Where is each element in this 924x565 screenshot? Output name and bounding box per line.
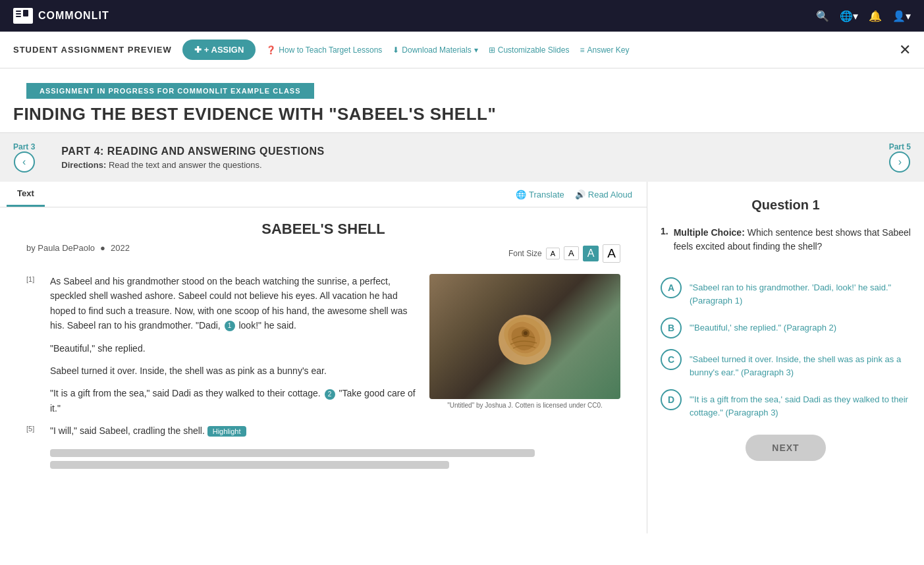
part-center: PART 4: READING AND ANSWERING QUESTIONS … <box>48 138 875 178</box>
question-title: Question 1 <box>661 198 911 213</box>
story-title: SABEEL'S SHELL <box>26 221 620 238</box>
svg-rect-0 <box>16 11 21 12</box>
search-icon[interactable]: 🔍 <box>816 10 829 22</box>
font-size-small[interactable]: A <box>546 248 560 259</box>
tab-text[interactable]: Text <box>7 182 45 207</box>
para-text-1: As Sabeel and his grandmother stood on t… <box>50 274 416 333</box>
read-aloud-button[interactable]: 🔊 Read Aloud <box>575 190 632 200</box>
page-title: FINDING THE BEST EVIDENCE WITH "SABEEL'S… <box>0 101 924 132</box>
user-icon[interactable]: 👤▾ <box>892 10 911 22</box>
logo-text: COMMONLIT <box>38 10 109 22</box>
font-size-controls: Font Size A A A A <box>508 244 620 263</box>
answer-key-label: Answer Key <box>587 45 629 55</box>
blurred-line-2 <box>50 461 449 469</box>
question-type: Multiple Choice: <box>674 227 745 238</box>
shell-image <box>429 274 620 399</box>
font-size-large[interactable]: A <box>583 246 599 261</box>
option-d-text: "'It is a gift from the sea,' said Dadi … <box>690 389 911 419</box>
translate-globe-icon: 🌐 <box>516 190 526 200</box>
customizable-slides-label: Customizable Slides <box>498 45 570 55</box>
download-materials-link[interactable]: ⬇ Download Materials ▾ <box>393 45 477 55</box>
customizable-slides-link[interactable]: ⊞ Customizable Slides <box>489 45 570 55</box>
globe-icon[interactable]: 🌐▾ <box>840 10 858 22</box>
para-text-3: Sabeel turned it over. Inside, the shell… <box>50 363 416 378</box>
part5-next-button[interactable]: › <box>889 151 910 173</box>
font-size-label: Font Size <box>508 249 542 258</box>
svg-rect-2 <box>16 16 21 17</box>
blurred-line-1 <box>50 449 535 457</box>
para-num-5: [5] <box>26 423 45 438</box>
answer-option-d[interactable]: D "'It is a gift from the sea,' said Dad… <box>661 389 911 419</box>
question-circle-icon: ❓ <box>266 45 276 55</box>
part-3-nav[interactable]: Part 3 ‹ <box>0 133 48 182</box>
para-text-5: "I will," said Sabeel, cradling the shel… <box>50 423 620 438</box>
logo: COMMONLIT <box>13 8 109 24</box>
paragraph-1: [1] As Sabeel and his grandmother stood … <box>26 274 416 333</box>
option-c-text: "Sabeel turned it over. Inside, the shel… <box>690 349 911 379</box>
teach-lessons-label: How to Teach Target Lessons <box>279 45 382 55</box>
paragraph-1-section: "Untitled" by Joshua J. Cotten is licens… <box>26 274 620 478</box>
font-size-medium[interactable]: A <box>564 246 579 260</box>
blurred-section <box>26 446 620 478</box>
part3-back-button[interactable]: ‹ <box>14 151 35 173</box>
translate-button[interactable]: 🌐 Translate <box>516 190 564 200</box>
logo-icon <box>13 8 33 24</box>
option-d-circle: D <box>661 389 682 410</box>
highlight-button[interactable]: Highlight <box>207 426 246 437</box>
assign-plus-icon: ✚ <box>194 45 202 55</box>
paragraph-3: Sabeel turned it over. Inside, the shell… <box>26 363 416 378</box>
answer-option-a[interactable]: A "Sabeel ran to his grandmother. 'Dadi,… <box>661 277 911 307</box>
speaker-icon: 🔊 <box>575 190 585 200</box>
part5-label: Part 5 <box>889 142 911 151</box>
option-b-circle: B <box>661 317 682 338</box>
directions-label: Directions: <box>61 160 106 170</box>
close-button[interactable]: ✕ <box>899 41 911 59</box>
assignment-banner: ASSIGNMENT IN PROGRESS FOR COMMONLIT EXA… <box>26 83 314 99</box>
story-image: "Untitled" by Joshua J. Cotten is licens… <box>429 274 620 409</box>
answer-option-c[interactable]: C "Sabeel turned it over. Inside, the sh… <box>661 349 911 379</box>
download-materials-label: Download Materials <box>402 45 471 55</box>
read-aloud-label: Read Aloud <box>588 190 632 200</box>
part-title: PART 4: READING AND ANSWERING QUESTIONS <box>61 146 862 157</box>
dot-separator: ● <box>100 243 105 253</box>
answer-key-link[interactable]: ≡ Answer Key <box>580 45 629 55</box>
part-navigation: Part 3 ‹ PART 4: READING AND ANSWERING Q… <box>0 132 924 182</box>
directions: Directions: Read the text and answer the… <box>61 160 862 170</box>
main-content: Text 🌐 Translate 🔊 Read Aloud SABEEL'S S… <box>0 182 924 533</box>
translate-label: Translate <box>529 190 564 200</box>
preview-title: STUDENT ASSIGNMENT PREVIEW <box>13 45 172 55</box>
para-num-3 <box>26 363 45 378</box>
para-num-1: [1] <box>26 274 45 333</box>
option-b-text: "'Beautiful,' she replied." (Paragraph 2… <box>690 317 836 335</box>
text-content: SABEEL'S SHELL by Paula DePaolo ● 2022 F… <box>0 207 647 491</box>
text-tools: 🌐 Translate 🔊 Read Aloud <box>508 184 640 205</box>
svg-rect-1 <box>16 13 21 14</box>
footnote-1: 1 <box>225 321 235 331</box>
download-icon: ⬇ <box>393 45 399 55</box>
para-num-4 <box>26 386 45 416</box>
story-byline: by Paula DePaolo ● 2022 <box>26 243 130 253</box>
story-meta: by Paula DePaolo ● 2022 Font Size A A A … <box>26 243 620 263</box>
question-row: 1. Multiple Choice: Which sentence best … <box>661 226 911 267</box>
next-button[interactable]: NEXT <box>746 435 825 461</box>
teach-lessons-link[interactable]: ❓ How to Teach Target Lessons <box>266 45 382 55</box>
paragraph-5: [5] "I will," said Sabeel, cradling the … <box>26 423 620 438</box>
bell-icon[interactable]: 🔔 <box>869 10 882 22</box>
part-5-nav[interactable]: Part 5 › <box>876 133 924 182</box>
footnote-2: 2 <box>325 389 335 400</box>
top-navigation: COMMONLIT 🔍 🌐▾ 🔔 👤▾ <box>0 0 924 32</box>
text-tabs: Text 🌐 Translate 🔊 Read Aloud <box>0 182 647 207</box>
question-number: 1. <box>661 226 668 267</box>
question-text: Multiple Choice: Which sentence best sho… <box>674 226 911 254</box>
header-bar: STUDENT ASSIGNMENT PREVIEW ✚ + ASSIGN ❓ … <box>0 32 924 68</box>
answer-option-b[interactable]: B "'Beautiful,' she replied." (Paragraph… <box>661 317 911 338</box>
assign-button[interactable]: ✚ + ASSIGN <box>182 40 256 60</box>
directions-text: Read the text and answer the questions. <box>109 160 262 170</box>
text-panel: Text 🌐 Translate 🔊 Read Aloud SABEEL'S S… <box>0 182 647 533</box>
font-size-xlarge[interactable]: A <box>603 244 620 263</box>
option-a-text: "Sabeel ran to his grandmother. 'Dadi, l… <box>690 277 911 307</box>
para-text-2: "Beautiful," she replied. <box>50 341 416 356</box>
slides-icon: ⊞ <box>489 45 495 55</box>
question-panel: Question 1 1. Multiple Choice: Which sen… <box>647 182 924 533</box>
option-a-circle: A <box>661 277 682 298</box>
